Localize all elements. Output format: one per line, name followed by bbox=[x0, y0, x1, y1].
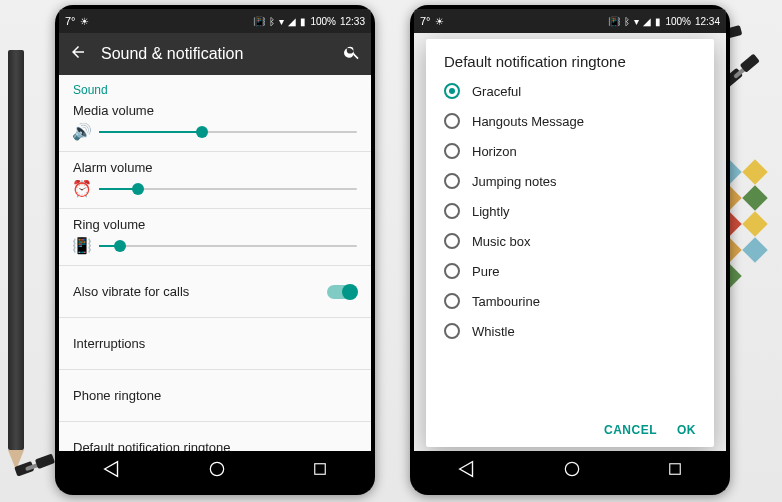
phone-ringtone-label: Phone ringtone bbox=[73, 388, 161, 403]
battery-pct: 100% bbox=[310, 16, 336, 27]
pencil-prop bbox=[8, 50, 24, 450]
bluetooth-icon: ᛒ bbox=[624, 16, 630, 27]
ring-volume-label: Ring volume bbox=[73, 217, 357, 232]
nav-back-icon[interactable] bbox=[456, 458, 478, 484]
ringtone-option[interactable]: Jumping notes bbox=[436, 166, 704, 196]
ringtone-option[interactable]: Lightly bbox=[436, 196, 704, 226]
default-ringtone-label: Default notification ringtone bbox=[73, 440, 231, 451]
vibrate-icon: 📳 bbox=[73, 236, 91, 255]
ok-button[interactable]: OK bbox=[677, 423, 696, 437]
temperature: 7° bbox=[420, 15, 431, 27]
ringtone-option[interactable]: Graceful bbox=[436, 76, 704, 106]
ringtone-option-label: Graceful bbox=[472, 84, 521, 99]
volume-icon: 🔊 bbox=[73, 122, 91, 141]
radio-icon bbox=[444, 143, 460, 159]
nav-home-icon[interactable] bbox=[207, 459, 227, 483]
alarm-volume-row: Alarm volume ⏰ bbox=[73, 160, 357, 198]
ring-volume-slider[interactable] bbox=[99, 245, 357, 247]
nav-recent-icon[interactable] bbox=[311, 460, 329, 482]
cancel-button[interactable]: CANCEL bbox=[604, 423, 657, 437]
clock: 12:33 bbox=[340, 16, 365, 27]
radio-icon bbox=[444, 173, 460, 189]
vibrate-calls-row[interactable]: Also vibrate for calls bbox=[73, 274, 357, 309]
ringtone-option-label: Tambourine bbox=[472, 294, 540, 309]
media-volume-label: Media volume bbox=[73, 103, 357, 118]
back-icon[interactable] bbox=[69, 43, 87, 65]
settings-content: Sound Media volume 🔊 Alarm volume ⏰ bbox=[59, 75, 371, 451]
wifi-icon: ▾ bbox=[634, 16, 639, 27]
svg-point-0 bbox=[210, 462, 223, 475]
vibrate-status-icon: 📳 bbox=[253, 16, 265, 27]
ringtone-option[interactable]: Hangouts Message bbox=[436, 106, 704, 136]
alarm-volume-label: Alarm volume bbox=[73, 160, 357, 175]
radio-icon bbox=[444, 323, 460, 339]
ringtone-option[interactable]: Tambourine bbox=[436, 286, 704, 316]
radio-icon bbox=[444, 233, 460, 249]
media-volume-slider[interactable] bbox=[99, 131, 357, 133]
interruptions-label: Interruptions bbox=[73, 336, 145, 351]
bluetooth-icon: ᛒ bbox=[269, 16, 275, 27]
alarm-icon: ⏰ bbox=[73, 179, 91, 198]
ringtone-option-label: Whistle bbox=[472, 324, 515, 339]
ringtone-option-label: Lightly bbox=[472, 204, 510, 219]
radio-icon bbox=[444, 113, 460, 129]
ringtone-dialog: Default notification ringtone GracefulHa… bbox=[426, 39, 714, 447]
ringtone-option-label: Hangouts Message bbox=[472, 114, 584, 129]
svg-rect-3 bbox=[670, 464, 681, 475]
signal-icon: ◢ bbox=[288, 16, 296, 27]
app-bar: Sound & notification bbox=[59, 33, 371, 75]
page-title: Sound & notification bbox=[101, 45, 329, 63]
nav-recent-icon[interactable] bbox=[666, 460, 684, 482]
section-sound: Sound bbox=[73, 83, 357, 97]
nav-bar bbox=[414, 451, 726, 491]
battery-pct: 100% bbox=[665, 16, 691, 27]
ringtone-option-label: Jumping notes bbox=[472, 174, 557, 189]
ringtone-option-list[interactable]: GracefulHangouts MessageHorizonJumping n… bbox=[426, 76, 714, 415]
temperature: 7° bbox=[65, 15, 76, 27]
phone-left: 7° ☀ 📳 ᛒ ▾ ◢ ▮ 100% 12:33 Sound & notifi… bbox=[55, 5, 375, 495]
media-volume-row: Media volume 🔊 bbox=[73, 103, 357, 141]
radio-icon bbox=[444, 203, 460, 219]
radio-icon bbox=[444, 293, 460, 309]
nav-bar bbox=[59, 451, 371, 491]
phone-ringtone-row[interactable]: Phone ringtone bbox=[73, 378, 357, 413]
ring-volume-row: Ring volume 📳 bbox=[73, 217, 357, 255]
weather-icon: ☀ bbox=[80, 16, 89, 27]
dialog-title: Default notification ringtone bbox=[426, 39, 714, 76]
svg-point-2 bbox=[565, 462, 578, 475]
vibrate-status-icon: 📳 bbox=[608, 16, 620, 27]
svg-rect-1 bbox=[315, 464, 326, 475]
default-ringtone-row[interactable]: Default notification ringtone Graceful bbox=[73, 430, 357, 451]
radio-icon bbox=[444, 83, 460, 99]
battery-icon: ▮ bbox=[655, 16, 661, 27]
alarm-volume-slider[interactable] bbox=[99, 188, 357, 190]
interruptions-row[interactable]: Interruptions bbox=[73, 326, 357, 361]
status-bar: 7° ☀ 📳 ᛒ ▾ ◢ ▮ 100% 12:34 bbox=[414, 9, 726, 33]
ringtone-option-label: Horizon bbox=[472, 144, 517, 159]
vibrate-calls-switch[interactable] bbox=[327, 285, 357, 299]
phone-right: 7° ☀ 📳 ᛒ ▾ ◢ ▮ 100% 12:34 ORAIPDNWShow a… bbox=[410, 5, 730, 495]
battery-icon: ▮ bbox=[300, 16, 306, 27]
radio-icon bbox=[444, 263, 460, 279]
signal-icon: ◢ bbox=[643, 16, 651, 27]
ringtone-option-label: Music box bbox=[472, 234, 531, 249]
clock: 12:34 bbox=[695, 16, 720, 27]
ringtone-option[interactable]: Pure bbox=[436, 256, 704, 286]
weather-icon: ☀ bbox=[435, 16, 444, 27]
wifi-icon: ▾ bbox=[279, 16, 284, 27]
dimmed-background: ORAIPDNWShow all notification content De… bbox=[414, 33, 726, 451]
search-icon[interactable] bbox=[343, 43, 361, 65]
nav-back-icon[interactable] bbox=[101, 458, 123, 484]
vibrate-calls-label: Also vibrate for calls bbox=[73, 284, 189, 299]
nav-home-icon[interactable] bbox=[562, 459, 582, 483]
ringtone-option[interactable]: Music box bbox=[436, 226, 704, 256]
ringtone-option[interactable]: Whistle bbox=[436, 316, 704, 346]
ringtone-option[interactable]: Horizon bbox=[436, 136, 704, 166]
ringtone-option-label: Pure bbox=[472, 264, 499, 279]
status-bar: 7° ☀ 📳 ᛒ ▾ ◢ ▮ 100% 12:33 bbox=[59, 9, 371, 33]
